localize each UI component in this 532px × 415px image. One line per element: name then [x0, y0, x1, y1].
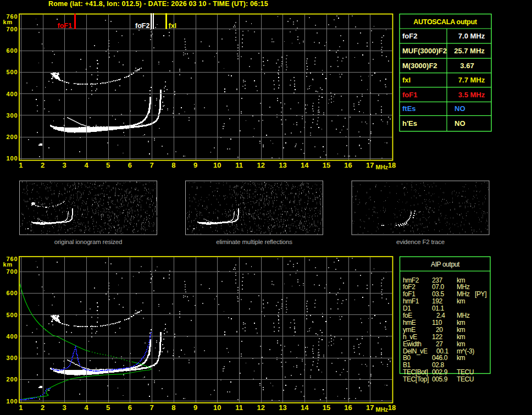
svg-text:7.7 MHz: 7.7 MHz [458, 76, 485, 84]
svg-text:km: km [457, 354, 465, 362]
svg-text:1: 1 [19, 403, 23, 412]
svg-text:km: km [457, 340, 465, 348]
svg-text:237: 237 [432, 276, 443, 284]
svg-text:18: 18 [388, 161, 396, 169]
svg-text:01.1: 01.1 [432, 305, 444, 312]
svg-text:8: 8 [171, 403, 175, 412]
svg-text:M(3000)F2: M(3000)F2 [402, 62, 437, 70]
svg-text:700: 700 [6, 268, 18, 275]
svg-text:km: km [457, 333, 465, 341]
svg-text:3.5 MHz: 3.5 MHz [458, 91, 485, 99]
svg-text:7: 7 [149, 161, 153, 169]
svg-text:B0: B0 [403, 354, 411, 362]
svg-text:600: 600 [6, 290, 18, 296]
svg-text:6: 6 [128, 161, 132, 169]
svg-text:300: 300 [6, 355, 18, 361]
svg-text:03.5: 03.5 [432, 290, 444, 298]
svg-text:12: 12 [257, 403, 264, 412]
svg-text:15: 15 [323, 161, 330, 169]
svg-text:18: 18 [388, 403, 396, 412]
svg-text:NO: NO [455, 104, 465, 113]
svg-text:5: 5 [106, 161, 110, 169]
svg-text:[PY]: [PY] [475, 290, 486, 298]
svg-text:km: km [457, 297, 465, 305]
svg-text:1: 1 [19, 161, 23, 169]
svg-text:00.1: 00.1 [436, 347, 448, 355]
svg-text:h'Es: h'Es [402, 119, 417, 128]
svg-text:foE: foE [403, 312, 412, 319]
svg-text:20: 20 [436, 326, 443, 334]
svg-text:hmE: hmE [403, 319, 416, 327]
svg-text:002.9: 002.9 [432, 368, 448, 376]
svg-text:400: 400 [6, 333, 18, 340]
svg-text:D1: D1 [403, 305, 411, 312]
svg-text:10: 10 [213, 161, 221, 169]
svg-text:110: 110 [432, 319, 442, 327]
svg-text:km: km [457, 326, 465, 334]
svg-text:TEC[Top]: TEC[Top] [403, 375, 429, 383]
svg-text:600: 600 [6, 47, 18, 54]
svg-text:700: 700 [6, 26, 18, 32]
svg-text:192: 192 [432, 297, 443, 305]
svg-text:original ionogram resized: original ionogram resized [54, 239, 122, 245]
svg-text:ftEs: ftEs [402, 104, 416, 113]
svg-text:8: 8 [171, 161, 175, 169]
svg-text:foF2: foF2 [402, 32, 417, 40]
svg-text:TECU: TECU [457, 375, 474, 383]
svg-text:foF1: foF1 [403, 290, 415, 298]
svg-text:B1: B1 [403, 361, 411, 369]
svg-text:km: km [457, 319, 465, 327]
svg-text:MHz: MHz [457, 283, 470, 291]
svg-text:7.0 MHz: 7.0 MHz [458, 32, 485, 40]
svg-text:2: 2 [41, 403, 45, 412]
svg-text:5: 5 [106, 403, 110, 412]
svg-text:16: 16 [344, 161, 352, 169]
svg-text:9: 9 [193, 161, 197, 169]
svg-text:TEC[Bot]: TEC[Bot] [403, 368, 428, 376]
svg-text:13: 13 [279, 403, 286, 412]
svg-text:17: 17 [366, 403, 374, 412]
svg-text:7: 7 [149, 403, 153, 412]
svg-text:fxI: fxI [169, 22, 177, 30]
svg-text:2.4: 2.4 [436, 312, 445, 319]
svg-text:005.9: 005.9 [432, 375, 448, 383]
svg-text:foF1: foF1 [402, 91, 417, 99]
svg-text:046.0: 046.0 [432, 354, 448, 362]
svg-text:m^(-3): m^(-3) [457, 347, 474, 355]
svg-text:MUF(3000)F2: MUF(3000)F2 [402, 47, 447, 55]
svg-text:14: 14 [301, 161, 309, 169]
svg-text:4: 4 [84, 403, 88, 412]
svg-text:ymE: ymE [403, 326, 415, 334]
svg-text:9: 9 [193, 403, 197, 412]
svg-text:MHz: MHz [457, 290, 470, 298]
svg-text:13: 13 [279, 161, 286, 169]
svg-text:200: 200 [6, 134, 18, 140]
svg-text:hmF2: hmF2 [403, 276, 419, 284]
svg-text:h_vE: h_vE [403, 333, 417, 341]
svg-text:500: 500 [6, 69, 18, 75]
svg-text:500: 500 [6, 312, 18, 318]
svg-text:km: km [457, 276, 465, 284]
svg-text:2: 2 [41, 161, 45, 169]
svg-text:02.8: 02.8 [432, 361, 444, 369]
svg-text:100: 100 [6, 155, 18, 162]
svg-text:11: 11 [235, 161, 243, 169]
svg-text:27: 27 [436, 340, 443, 348]
svg-text:NO: NO [455, 119, 465, 128]
svg-text:eliminate multiple reflections: eliminate multiple reflections [216, 239, 292, 245]
svg-text:Ewidth: Ewidth [403, 340, 422, 348]
svg-text:3: 3 [63, 161, 66, 169]
svg-text:km: km [3, 19, 13, 25]
svg-text:hmF1: hmF1 [403, 297, 419, 305]
svg-text:AIP output: AIP output [431, 261, 460, 268]
svg-text:300: 300 [6, 112, 18, 119]
svg-text:TECU: TECU [457, 368, 474, 376]
svg-text:11: 11 [235, 403, 243, 412]
svg-text:17: 17 [366, 161, 374, 169]
svg-text:10: 10 [213, 403, 221, 412]
svg-text:km: km [3, 261, 13, 268]
svg-text:evidence F2 trace: evidence F2 trace [396, 239, 445, 245]
svg-text:3.67: 3.67 [460, 62, 474, 70]
svg-text:foF2: foF2 [135, 22, 149, 30]
svg-text:DelN_vE: DelN_vE [403, 347, 428, 355]
